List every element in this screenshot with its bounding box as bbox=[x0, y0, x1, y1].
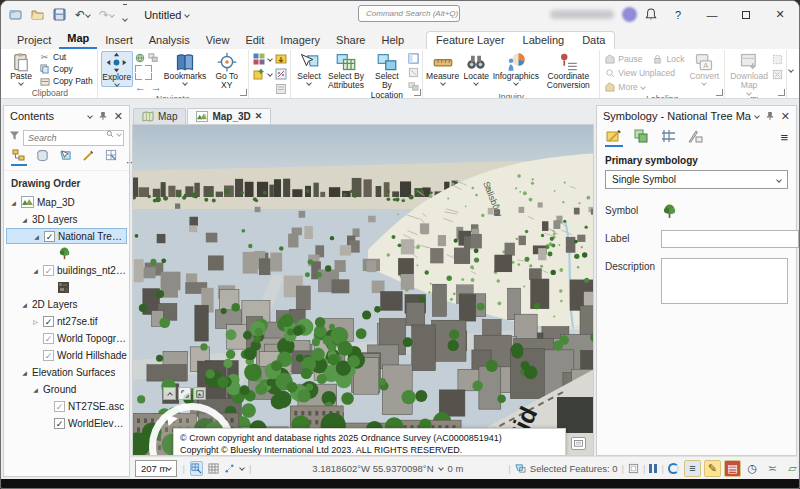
infographics-button[interactable]: Infographics bbox=[493, 51, 538, 85]
basemap-button[interactable] bbox=[252, 53, 273, 65]
layer-visibility-checkbox[interactable]: ✓ bbox=[54, 401, 65, 412]
more-labeling-button[interactable]: More bbox=[603, 81, 685, 93]
constraints-toggle[interactable] bbox=[224, 461, 235, 476]
list-by-snapping-tab[interactable] bbox=[103, 149, 119, 166]
select-by-attributes-button[interactable]: Select By Attributes bbox=[326, 51, 366, 91]
coordinate-readout[interactable]: 3.1818602°W 55.9370098°N 0 m bbox=[312, 463, 463, 474]
close-button[interactable]: ✕ bbox=[767, 6, 793, 23]
tab-help[interactable]: Help bbox=[373, 32, 412, 49]
expander-icon[interactable]: ◢ bbox=[32, 233, 41, 240]
symbology-close-icon[interactable]: ✕ bbox=[781, 111, 790, 122]
navigate-dialog-launcher-icon[interactable] bbox=[240, 89, 247, 96]
primary-symbology-select[interactable]: Single Symbol bbox=[605, 170, 788, 189]
note-icon[interactable] bbox=[571, 437, 586, 450]
symbology-pane-icon[interactable]: ✎ bbox=[704, 460, 721, 477]
layer-visibility-checkbox[interactable]: ✓ bbox=[43, 333, 54, 344]
layer-visibility-checkbox[interactable]: ✓ bbox=[43, 350, 54, 361]
layer-visibility-checkbox[interactable]: ✓ bbox=[43, 316, 54, 327]
customize-qat-button[interactable] bbox=[121, 3, 129, 26]
remove-map-icon[interactable] bbox=[772, 69, 783, 80]
tab-edit[interactable]: Edit bbox=[237, 32, 272, 49]
symbology-menu-icon[interactable]: ≡ bbox=[780, 131, 788, 147]
undo-button[interactable]: ↶ bbox=[73, 8, 92, 22]
symbol-swatch-tree[interactable] bbox=[661, 202, 678, 220]
view-tab-map[interactable]: Map bbox=[133, 108, 186, 124]
tree-symbol-swatch[interactable] bbox=[57, 246, 72, 261]
view-unplaced-button[interactable]: View Unplaced bbox=[603, 67, 685, 79]
tree-row[interactable]: ✓NT27SE.asc bbox=[6, 398, 127, 414]
next-extent-icon[interactable]: → bbox=[151, 82, 162, 93]
grid-toggle[interactable] bbox=[208, 461, 219, 476]
tree-row[interactable]: ✓World Topographic Map bbox=[6, 330, 127, 346]
filter-icon[interactable] bbox=[9, 130, 20, 141]
contents-pane-icon[interactable]: ≡ bbox=[684, 460, 701, 477]
scale-based-sizing-tab[interactable] bbox=[686, 129, 704, 147]
maximize-button[interactable] bbox=[733, 7, 759, 23]
tree-row[interactable]: ✓WorldElevation3D/Terrai... bbox=[6, 415, 127, 431]
labeling-dialog-launcher-icon[interactable] bbox=[716, 89, 723, 96]
layer-visibility-checkbox[interactable]: ✓ bbox=[43, 265, 54, 276]
add-graphics-layer-button[interactable] bbox=[275, 83, 287, 95]
list-by-data-source-tab[interactable] bbox=[34, 149, 50, 166]
tree-row[interactable]: ◢✓buildings_nt2570 bbox=[6, 262, 127, 278]
tree-row[interactable]: ◢3D Layers bbox=[6, 211, 127, 227]
symbology-pane-menu-chevron[interactable] bbox=[754, 113, 760, 119]
view-tab-map-3d[interactable]: Map_3D ✕ bbox=[187, 108, 271, 124]
add-data-button[interactable] bbox=[275, 53, 287, 65]
primary-symbology-tab[interactable] bbox=[605, 129, 623, 147]
paste-button[interactable]: Paste bbox=[6, 51, 36, 85]
coordinate-conversion-button[interactable]: Coordinate Conversion bbox=[540, 51, 596, 91]
tab-data[interactable]: Data bbox=[573, 32, 614, 49]
tree-row[interactable]: ◢Elevation Surfaces bbox=[6, 364, 127, 380]
locate-button[interactable]: Locate bbox=[461, 51, 491, 85]
contents-pane-menu-chevron[interactable] bbox=[87, 113, 93, 119]
view-tab-close-icon[interactable]: ✕ bbox=[255, 112, 263, 121]
clear-selection-icon[interactable] bbox=[408, 67, 419, 78]
contents-pin-icon[interactable] bbox=[99, 111, 107, 121]
label-input[interactable] bbox=[661, 230, 799, 248]
tree-row[interactable]: ▷✓nt27se.tif bbox=[6, 313, 127, 329]
download-map-button[interactable]: Download Map bbox=[728, 51, 770, 95]
snapping-toggle[interactable] bbox=[190, 461, 203, 476]
map-scale-dropdown[interactable]: 207 m bbox=[135, 460, 177, 477]
expander-icon[interactable]: ◢ bbox=[20, 369, 29, 376]
linked-views-icon[interactable] bbox=[148, 53, 158, 63]
snapping-options-chevron[interactable] bbox=[239, 465, 245, 471]
selection-dialog-launcher-icon[interactable] bbox=[414, 89, 421, 96]
save-project-button[interactable] bbox=[51, 7, 68, 22]
sync-map-icon[interactable] bbox=[772, 54, 783, 65]
copy-path-button[interactable]: Copy Path bbox=[38, 75, 94, 87]
symbol-layer-drawing-tab[interactable] bbox=[659, 129, 677, 147]
fullscreen-button[interactable] bbox=[178, 387, 191, 400]
cut-button[interactable]: ✂Cut bbox=[38, 51, 94, 63]
expander-icon[interactable]: ◢ bbox=[31, 267, 40, 274]
attributes-pane-icon[interactable] bbox=[408, 53, 419, 64]
tab-share[interactable]: Share bbox=[328, 32, 373, 49]
refresh-spinner-icon[interactable] bbox=[668, 463, 679, 474]
lock-labels-button[interactable]: Lock bbox=[651, 53, 685, 65]
tab-imagery[interactable]: Imagery bbox=[272, 32, 328, 49]
offline-dialog-launcher-icon[interactable] bbox=[778, 89, 785, 96]
catalog-pane-icon[interactable]: ▤ bbox=[724, 460, 741, 477]
collapse-overlay-button[interactable] bbox=[163, 387, 176, 400]
vary-symbology-tab[interactable] bbox=[632, 129, 650, 147]
fixed-zoom-icons[interactable] bbox=[135, 65, 162, 80]
tab-view[interactable]: View bbox=[198, 32, 238, 49]
expander-icon[interactable]: ▷ bbox=[31, 318, 40, 325]
measure-button[interactable]: Measure bbox=[426, 51, 459, 85]
new-project-button[interactable] bbox=[7, 7, 24, 22]
collapse-ribbon-chevron[interactable] bbox=[788, 67, 794, 73]
minimize-button[interactable]: — bbox=[699, 7, 725, 23]
expander-icon[interactable]: ◢ bbox=[20, 216, 29, 223]
list-by-selection-tab[interactable] bbox=[57, 149, 73, 166]
expander-icon[interactable]: ◢ bbox=[20, 301, 29, 308]
contents-search-chevron[interactable] bbox=[116, 131, 122, 137]
explore-button[interactable]: Explore bbox=[101, 51, 133, 87]
building-symbol-swatch[interactable] bbox=[57, 281, 70, 294]
contents-close-icon[interactable]: ✕ bbox=[114, 111, 123, 122]
add-preset-button[interactable] bbox=[252, 68, 273, 80]
layer-symbol-row[interactable] bbox=[6, 279, 127, 295]
notifications-bell-icon[interactable] bbox=[645, 8, 657, 21]
layer-symbol-row[interactable] bbox=[6, 245, 127, 261]
account-avatar[interactable] bbox=[622, 7, 637, 22]
